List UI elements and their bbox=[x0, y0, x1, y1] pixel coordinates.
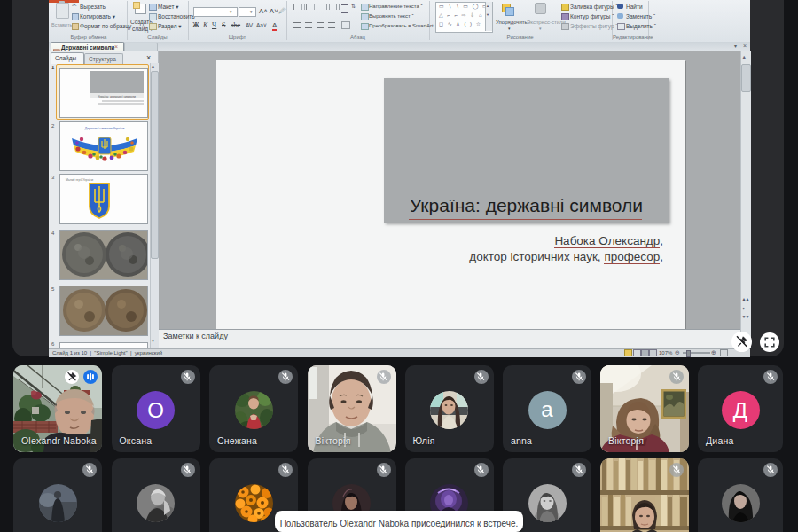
svg-text:Державні символи України: Державні символи України bbox=[85, 127, 124, 130]
svg-text:Малий герб України: Малий герб України bbox=[66, 178, 93, 182]
